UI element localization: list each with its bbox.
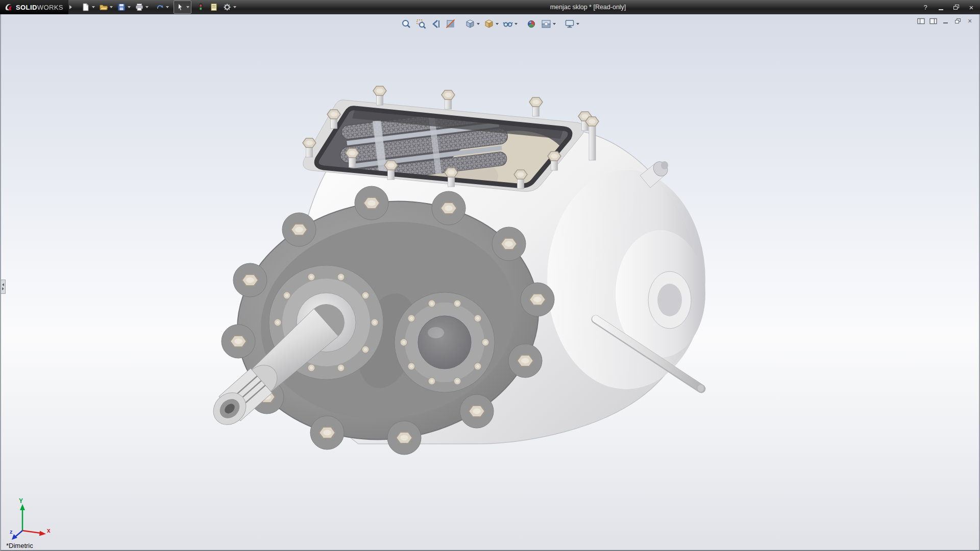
window-controls: ? × <box>921 0 976 14</box>
heads-up-toolbar <box>399 17 581 31</box>
window-title: menjac sklop * [Read-only] <box>392 4 784 11</box>
select-tool-button[interactable] <box>174 1 191 14</box>
edit-appearance-button[interactable] <box>524 17 538 31</box>
print-button[interactable] <box>133 1 151 14</box>
triad-z-label: z <box>10 529 13 535</box>
zoom-to-area-icon <box>415 18 427 30</box>
new-document-icon <box>81 3 90 12</box>
doc-minimize-button[interactable] <box>941 17 949 24</box>
view-settings-button[interactable] <box>562 17 581 31</box>
undo-icon <box>155 3 164 12</box>
document-window-controls: × <box>917 17 974 24</box>
doc-minimize-icon <box>943 22 948 23</box>
menu-expand-arrow[interactable] <box>69 5 72 9</box>
doc-pane-toggle-left-button[interactable] <box>917 17 925 24</box>
pane-right-icon <box>929 18 937 24</box>
zoom-to-area-button[interactable] <box>414 17 428 31</box>
open-folder-icon <box>99 3 108 12</box>
save-button[interactable] <box>115 1 133 14</box>
select-cursor-icon <box>176 3 185 12</box>
view-orientation-button[interactable] <box>463 17 481 31</box>
new-document-button[interactable] <box>79 1 97 14</box>
graphics-area[interactable]: × Y x z *Dimetric <box>0 14 980 551</box>
rebuild-button[interactable] <box>194 1 207 14</box>
orientation-triad: Y x z <box>9 497 55 541</box>
open-button[interactable] <box>97 1 115 14</box>
solidworks-logo-icon <box>4 3 13 12</box>
display-style-icon <box>483 18 495 30</box>
apply-scene-icon <box>541 18 552 30</box>
options-gear-icon <box>223 3 232 12</box>
doc-restore-icon <box>955 18 961 23</box>
close-button[interactable]: × <box>967 3 976 12</box>
previous-view-button[interactable] <box>429 17 443 31</box>
doc-pane-toggle-right-button[interactable] <box>929 17 937 24</box>
solidworks-logo: SOLIDWORKS <box>0 0 68 14</box>
model-canvas[interactable] <box>1 14 979 550</box>
doc-restore-button[interactable] <box>953 17 962 24</box>
triad-x-label: x <box>47 527 51 534</box>
print-icon <box>135 3 144 12</box>
help-button[interactable]: ? <box>921 3 930 12</box>
hide-show-glasses-icon <box>502 18 513 30</box>
zoom-to-fit-button[interactable] <box>399 17 413 31</box>
titlebar: SOLIDWORKS <box>0 0 980 14</box>
restore-button[interactable] <box>951 3 961 12</box>
file-properties-icon <box>209 3 218 12</box>
apply-scene-button[interactable] <box>539 17 557 31</box>
minimize-icon <box>939 9 943 10</box>
rebuild-stoplight-icon <box>196 3 205 12</box>
restore-icon <box>953 5 959 10</box>
previous-view-icon <box>430 18 442 30</box>
solidworks-window: SOLIDWORKS <box>0 0 980 551</box>
pane-left-icon <box>917 18 925 24</box>
display-style-button[interactable] <box>482 17 500 31</box>
zoom-to-fit-icon <box>401 18 412 30</box>
splitter-right-arrow-icon <box>2 287 4 290</box>
minimize-button[interactable] <box>936 3 945 12</box>
section-view-button[interactable] <box>444 17 458 31</box>
edit-appearance-ball-icon <box>526 18 537 30</box>
options-button[interactable] <box>220 1 238 14</box>
splitter-left-arrow-icon <box>2 283 4 286</box>
view-settings-icon <box>564 18 575 30</box>
triad-y-label: Y <box>19 497 23 505</box>
hide-show-items-button[interactable] <box>501 17 519 31</box>
view-orientation-label: *Dimetric <box>6 542 33 549</box>
view-orientation-cube-icon <box>464 18 476 30</box>
doc-close-button[interactable]: × <box>966 17 974 24</box>
section-view-icon <box>445 18 456 30</box>
bearing-cover-right[interactable] <box>395 292 495 392</box>
main-toolbar <box>79 1 238 14</box>
file-properties-button[interactable] <box>207 1 220 14</box>
logo-text: SOLIDWORKS <box>16 4 63 11</box>
undo-button[interactable] <box>153 1 171 14</box>
featuremanager-splitter-handle[interactable] <box>1 280 6 294</box>
save-floppy-icon <box>117 3 126 12</box>
